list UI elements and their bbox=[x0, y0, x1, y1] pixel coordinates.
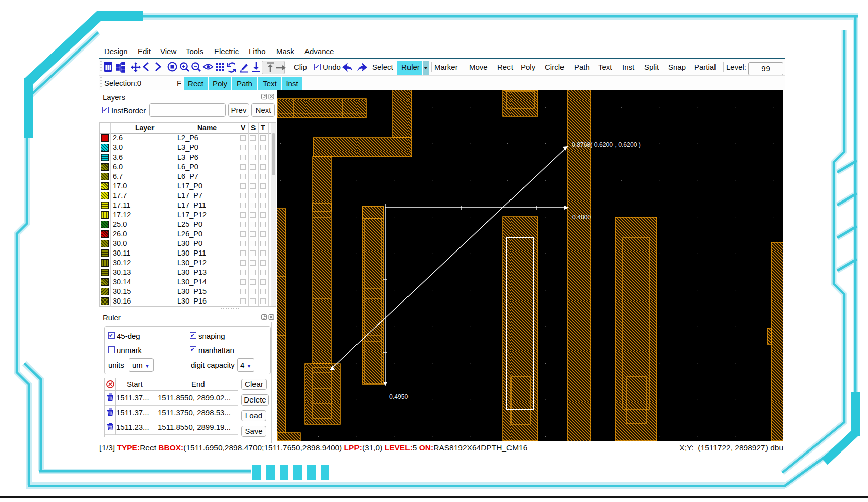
svg-text:0.4950: 0.4950 bbox=[389, 393, 408, 400]
svg-text:0.8768( 0.6200 , 0.6200 ): 0.8768( 0.6200 , 0.6200 ) bbox=[572, 141, 641, 148]
svg-text:0.4800: 0.4800 bbox=[572, 214, 591, 221]
